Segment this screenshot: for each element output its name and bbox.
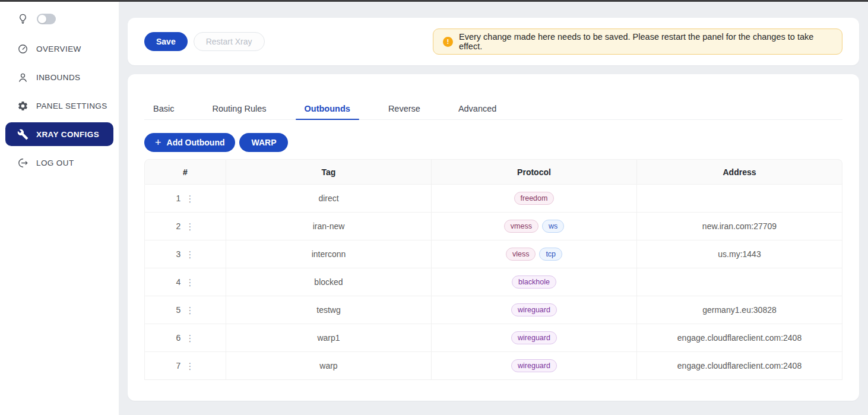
row-number: 2 bbox=[176, 221, 181, 231]
theme-toggle[interactable] bbox=[37, 14, 56, 24]
config-card: BasicRouting RulesOutboundsReverseAdvanc… bbox=[128, 74, 859, 401]
alert-text: Every change made here needs to be saved… bbox=[459, 32, 832, 51]
sidebar-item-overview[interactable]: OVERVIEW bbox=[0, 34, 119, 63]
address-cell: new.iran.com:27709 bbox=[637, 213, 842, 240]
table-header-row: #TagProtocolAddress bbox=[144, 159, 842, 185]
protocol-cell: blackhole bbox=[432, 268, 637, 296]
tag-cell: warp bbox=[226, 352, 432, 380]
protocol-cell: vlesstcp bbox=[432, 240, 637, 268]
address-cell: germany1.eu:30828 bbox=[637, 296, 842, 324]
num-cell: 5⋮ bbox=[144, 296, 226, 324]
tag-cell: blocked bbox=[226, 268, 432, 296]
protocol-badge: wireguard bbox=[511, 303, 557, 316]
protocol-cell: freedom bbox=[432, 185, 637, 213]
column-header-address: Address bbox=[637, 159, 842, 185]
column-header-num: # bbox=[144, 159, 226, 185]
logout-icon bbox=[17, 157, 28, 169]
column-header-tag: Tag bbox=[226, 159, 432, 185]
restart-xray-button[interactable]: Restart Xray bbox=[194, 32, 265, 51]
row-number: 3 bbox=[176, 249, 181, 259]
row-menu-icon[interactable]: ⋮ bbox=[185, 362, 194, 370]
gear-icon bbox=[17, 100, 28, 112]
num-cell: 2⋮ bbox=[144, 213, 226, 240]
sidebar-item-inbounds[interactable]: INBOUNDS bbox=[0, 63, 119, 91]
table-body: 1⋮directfreedom2⋮iran-newvmesswsnew.iran… bbox=[144, 185, 842, 380]
table-row: 7⋮warpwireguardengage.cloudflareclient.c… bbox=[144, 352, 842, 380]
row-number: 7 bbox=[176, 361, 181, 370]
address-cell: engage.cloudflareclient.com:2408 bbox=[637, 352, 842, 380]
wrench-icon bbox=[17, 129, 28, 140]
table-row: 1⋮directfreedom bbox=[144, 185, 842, 213]
tab-advanced[interactable]: Advanced bbox=[449, 98, 506, 119]
address-cell bbox=[637, 185, 842, 213]
table-row: 6⋮warp1wireguardengage.cloudflareclient.… bbox=[144, 324, 842, 352]
outbounds-table: #TagProtocolAddress 1⋮directfreedom2⋮ira… bbox=[144, 159, 842, 380]
table-row: 3⋮interconnvlesstcpus.my:1443 bbox=[144, 240, 842, 268]
protocol-cell: vmessws bbox=[432, 213, 637, 240]
main-area: Save Restart Xray ! Every change made he… bbox=[119, 2, 868, 415]
tag-cell: testwg bbox=[226, 296, 432, 324]
row-menu-icon[interactable]: ⋮ bbox=[185, 278, 194, 287]
address-cell: engage.cloudflareclient.com:2408 bbox=[637, 324, 842, 352]
num-cell: 6⋮ bbox=[144, 324, 226, 352]
table-row: 2⋮iran-newvmesswsnew.iran.com:27709 bbox=[144, 213, 842, 240]
table-row: 5⋮testwgwireguardgermany1.eu:30828 bbox=[144, 296, 842, 324]
add-outbound-button[interactable]: + Add Outbound bbox=[144, 133, 235, 152]
tag-cell: direct bbox=[226, 185, 432, 213]
protocol-badge: tcp bbox=[539, 248, 562, 261]
address-cell bbox=[637, 268, 842, 296]
row-menu-icon[interactable]: ⋮ bbox=[185, 250, 194, 259]
row-menu-icon[interactable]: ⋮ bbox=[185, 306, 194, 315]
tab-outbounds[interactable]: Outbounds bbox=[296, 98, 359, 119]
tag-cell: interconn bbox=[226, 240, 432, 268]
sidebar-item-log-out[interactable]: LOG OUT bbox=[0, 148, 119, 177]
save-button[interactable]: Save bbox=[144, 32, 188, 51]
outbounds-table-wrap: #TagProtocolAddress 1⋮directfreedom2⋮ira… bbox=[144, 159, 842, 380]
num-cell: 1⋮ bbox=[144, 185, 226, 213]
row-menu-icon[interactable]: ⋮ bbox=[185, 194, 194, 203]
sidebar-item-label: PANEL SETTINGS bbox=[36, 102, 107, 110]
protocol-cell: wireguard bbox=[432, 324, 637, 352]
app-root: OVERVIEWINBOUNDSPANEL SETTINGSXRAY CONFI… bbox=[0, 2, 868, 415]
tab-bar: BasicRouting RulesOutboundsReverseAdvanc… bbox=[144, 98, 842, 120]
sidebar-item-xray-configs[interactable]: XRAY CONFIGS bbox=[5, 122, 113, 146]
tag-cell: iran-new bbox=[226, 213, 432, 240]
tab-reverse[interactable]: Reverse bbox=[379, 98, 429, 119]
row-number: 1 bbox=[176, 194, 181, 203]
protocol-cell: wireguard bbox=[432, 352, 637, 380]
save-warning-alert: ! Every change made here needs to be sav… bbox=[433, 28, 842, 55]
tab-basic[interactable]: Basic bbox=[144, 98, 183, 119]
row-number: 6 bbox=[176, 333, 181, 343]
dashboard-icon bbox=[17, 43, 28, 55]
actions-row: + Add Outbound WARP bbox=[144, 133, 842, 152]
add-outbound-label: Add Outbound bbox=[167, 138, 225, 147]
protocol-badge: vmess bbox=[504, 220, 538, 233]
protocol-badge: ws bbox=[542, 220, 564, 233]
sidebar-item-label: INBOUNDS bbox=[36, 73, 80, 82]
protocol-badge: blackhole bbox=[512, 275, 556, 289]
row-menu-icon[interactable]: ⋮ bbox=[185, 222, 194, 231]
sidebar: OVERVIEWINBOUNDSPANEL SETTINGSXRAY CONFI… bbox=[0, 2, 119, 415]
row-menu-icon[interactable]: ⋮ bbox=[185, 334, 194, 343]
column-header-protocol: Protocol bbox=[432, 159, 637, 185]
theme-toggle-row bbox=[0, 2, 119, 27]
sidebar-item-label: OVERVIEW bbox=[36, 45, 81, 53]
sidebar-nav: OVERVIEWINBOUNDSPANEL SETTINGSXRAY CONFI… bbox=[0, 34, 119, 177]
protocol-badge: freedom bbox=[514, 192, 555, 205]
warning-icon: ! bbox=[443, 37, 453, 47]
row-number: 4 bbox=[176, 277, 181, 287]
sidebar-item-panel-settings[interactable]: PANEL SETTINGS bbox=[0, 91, 119, 120]
bulb-icon bbox=[17, 13, 28, 24]
toolbar-card: Save Restart Xray ! Every change made he… bbox=[128, 18, 859, 65]
tag-cell: warp1 bbox=[226, 324, 432, 352]
num-cell: 3⋮ bbox=[144, 240, 226, 268]
sidebar-item-label: XRAY CONFIGS bbox=[36, 130, 99, 139]
protocol-badge: wireguard bbox=[511, 331, 557, 344]
user-icon bbox=[17, 72, 28, 83]
protocol-badge: wireguard bbox=[511, 359, 557, 372]
protocol-badge: vless bbox=[506, 248, 536, 261]
tab-routing-rules[interactable]: Routing Rules bbox=[203, 98, 275, 119]
num-cell: 7⋮ bbox=[144, 352, 226, 380]
plus-icon: + bbox=[155, 137, 161, 148]
warp-button[interactable]: WARP bbox=[239, 133, 288, 152]
